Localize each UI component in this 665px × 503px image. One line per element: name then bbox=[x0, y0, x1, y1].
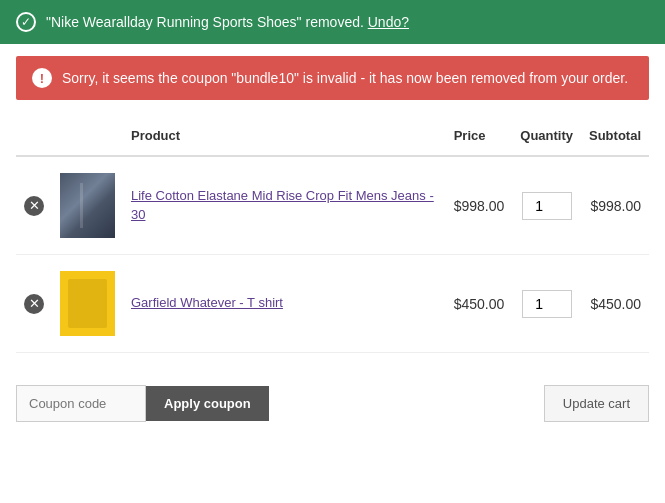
col-quantity-header: Quantity bbox=[512, 116, 581, 156]
remove-cell-1: ✕ bbox=[16, 156, 52, 255]
product-link-1[interactable]: Life Cotton Elastane Mid Rise Crop Fit M… bbox=[131, 188, 434, 221]
product-price-1: $998.00 bbox=[454, 198, 505, 214]
coupon-section: Apply coupon bbox=[16, 385, 269, 422]
col-price-header: Price bbox=[446, 116, 513, 156]
update-cart-button[interactable]: Update cart bbox=[544, 385, 649, 422]
success-banner: ✓ "Nike Wearallday Running Sports Shoes"… bbox=[0, 0, 665, 44]
cart-wrapper: Product Price Quantity Subtotal ✕ Life C… bbox=[0, 116, 665, 369]
col-subtotal-header: Subtotal bbox=[581, 116, 649, 156]
product-subtotal-1: $998.00 bbox=[590, 198, 641, 214]
product-image-cell-1 bbox=[52, 156, 123, 255]
table-header-row: Product Price Quantity Subtotal bbox=[16, 116, 649, 156]
product-qty-cell-2 bbox=[512, 255, 581, 353]
cart-table: Product Price Quantity Subtotal ✕ Life C… bbox=[16, 116, 649, 353]
product-price-cell-2: $450.00 bbox=[446, 255, 513, 353]
product-name-cell-2: Garfield Whatever - T shirt bbox=[123, 255, 446, 353]
product-name-cell-1: Life Cotton Elastane Mid Rise Crop Fit M… bbox=[123, 156, 446, 255]
undo-link[interactable]: Undo? bbox=[368, 14, 409, 30]
success-text: "Nike Wearallday Running Sports Shoes" r… bbox=[46, 14, 409, 30]
remove-item-button-2[interactable]: ✕ bbox=[24, 294, 44, 314]
product-price-2: $450.00 bbox=[454, 296, 505, 312]
remove-cell-2: ✕ bbox=[16, 255, 52, 353]
product-qty-cell-1 bbox=[512, 156, 581, 255]
error-message: Sorry, it seems the coupon "bundle10" is… bbox=[62, 70, 628, 86]
update-section: Update cart bbox=[544, 385, 649, 422]
product-image-cell-2 bbox=[52, 255, 123, 353]
table-row: ✕ Life Cotton Elastane Mid Rise Crop Fit… bbox=[16, 156, 649, 255]
product-subtotal-cell-1: $998.00 bbox=[581, 156, 649, 255]
col-remove-header bbox=[16, 116, 52, 156]
product-link-2[interactable]: Garfield Whatever - T shirt bbox=[131, 295, 283, 310]
coupon-input[interactable] bbox=[16, 385, 146, 422]
quantity-input-1[interactable] bbox=[522, 192, 572, 220]
quantity-input-2[interactable] bbox=[522, 290, 572, 318]
product-image-jeans bbox=[60, 173, 115, 238]
product-image-tshirt bbox=[60, 271, 115, 336]
col-image-header bbox=[52, 116, 123, 156]
check-icon: ✓ bbox=[16, 12, 36, 32]
product-subtotal-2: $450.00 bbox=[590, 296, 641, 312]
product-price-cell-1: $998.00 bbox=[446, 156, 513, 255]
remove-item-button-1[interactable]: ✕ bbox=[24, 196, 44, 216]
product-subtotal-cell-2: $450.00 bbox=[581, 255, 649, 353]
success-message: "Nike Wearallday Running Sports Shoes" r… bbox=[46, 14, 364, 30]
error-banner: ! Sorry, it seems the coupon "bundle10" … bbox=[16, 56, 649, 100]
cart-actions: Apply coupon Update cart bbox=[0, 369, 665, 422]
exclaim-icon: ! bbox=[32, 68, 52, 88]
table-row: ✕ Garfield Whatever - T shirt $450.00 $4… bbox=[16, 255, 649, 353]
col-product-header: Product bbox=[123, 116, 446, 156]
apply-coupon-button[interactable]: Apply coupon bbox=[146, 386, 269, 421]
